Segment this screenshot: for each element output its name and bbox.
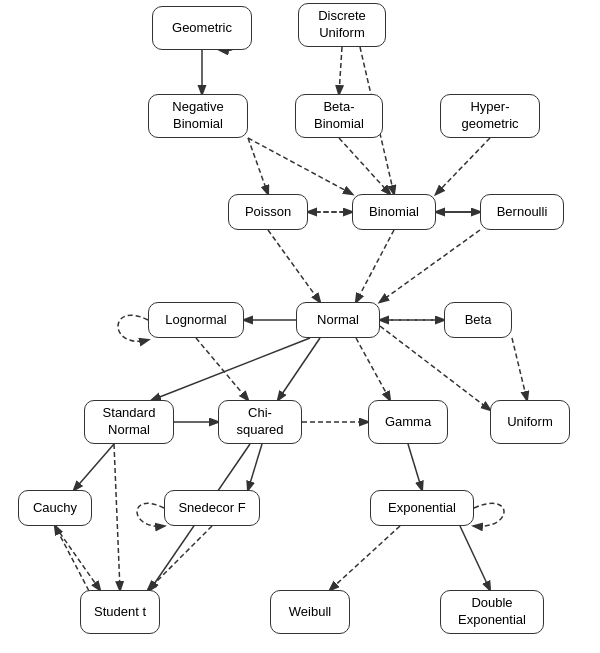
svg-line-29 (408, 444, 422, 490)
svg-line-20 (380, 326, 490, 410)
node-double-exponential: Double Exponential (440, 590, 544, 634)
svg-line-31 (55, 526, 100, 590)
node-beta-binomial: Beta- Binomial (295, 94, 383, 138)
svg-line-11 (268, 230, 320, 302)
node-binomial: Binomial (352, 194, 436, 230)
node-chi-squared: Chi- squared (218, 400, 302, 444)
node-exponential: Exponential (370, 490, 474, 526)
node-beta: Beta (444, 302, 512, 338)
svg-line-3 (339, 138, 390, 194)
svg-line-25 (114, 444, 120, 590)
node-snedecor-f: Snedecor F (164, 490, 260, 526)
node-gamma: Gamma (368, 400, 448, 444)
svg-line-12 (356, 230, 394, 302)
svg-line-21 (512, 338, 527, 400)
node-poisson: Poisson (228, 194, 308, 230)
node-geometric: Geometric (152, 6, 252, 50)
svg-line-6 (248, 138, 352, 194)
node-normal: Normal (296, 302, 380, 338)
svg-line-22 (196, 338, 248, 400)
svg-line-1 (339, 47, 342, 94)
svg-line-32 (330, 526, 400, 590)
node-weibull: Weibull (270, 590, 350, 634)
svg-line-30 (148, 526, 212, 590)
node-bernoulli: Bernoulli (480, 194, 564, 230)
svg-line-33 (460, 526, 490, 590)
node-standard-normal: Standard Normal (84, 400, 174, 444)
svg-line-26 (248, 444, 262, 490)
node-uniform: Uniform (490, 400, 570, 444)
node-negative-binomial: Negative Binomial (148, 94, 248, 138)
node-student-t: Student t (80, 590, 160, 634)
svg-line-13 (380, 230, 480, 302)
svg-line-19 (356, 338, 390, 400)
node-hypergeometric: Hyper- geometric (440, 94, 540, 138)
svg-line-4 (436, 138, 490, 194)
node-discrete-uniform: Discrete Uniform (298, 3, 386, 47)
node-cauchy: Cauchy (18, 490, 92, 526)
svg-line-23 (74, 444, 114, 490)
svg-line-17 (152, 338, 310, 400)
node-lognormal: Lognormal (148, 302, 244, 338)
